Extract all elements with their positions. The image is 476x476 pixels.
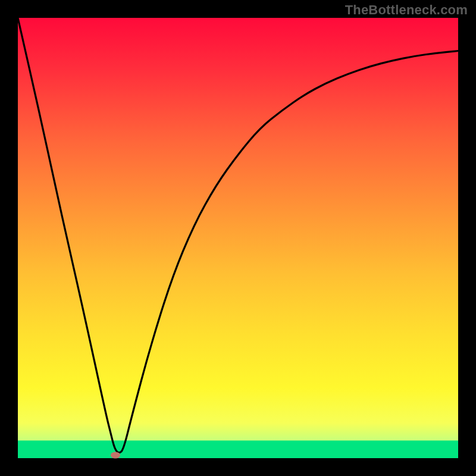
- watermark-text: TheBottleneck.com: [345, 2, 468, 18]
- plot-svg: [18, 18, 458, 458]
- plot-area: [18, 18, 458, 458]
- operating-point-dot: [111, 452, 120, 458]
- chart-frame: TheBottleneck.com: [0, 0, 476, 476]
- gradient-background: [18, 18, 458, 458]
- green-band: [18, 440, 458, 458]
